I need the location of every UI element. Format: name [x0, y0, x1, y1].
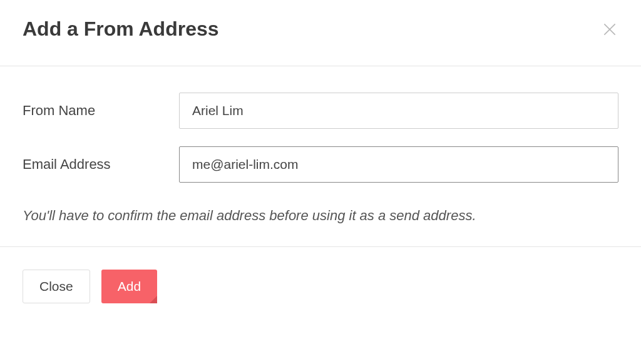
add-from-address-modal: Add a From Address From Name Email Addre… — [0, 0, 641, 364]
helper-text: You'll have to confirm the email address… — [23, 208, 618, 224]
close-button[interactable]: Close — [23, 270, 90, 303]
from-name-label: From Name — [23, 103, 179, 119]
email-address-input[interactable] — [179, 146, 618, 183]
add-button[interactable]: Add — [101, 270, 157, 303]
modal-footer: Close Add — [0, 247, 641, 326]
modal-header: Add a From Address — [0, 0, 641, 66]
modal-title: Add a From Address — [23, 18, 219, 41]
from-name-row: From Name — [23, 93, 618, 129]
from-name-input[interactable] — [179, 93, 618, 129]
close-icon[interactable] — [601, 21, 618, 38]
modal-body: From Name Email Address You'll have to c… — [0, 66, 641, 247]
email-address-label: Email Address — [23, 156, 179, 173]
email-address-row: Email Address — [23, 146, 618, 183]
